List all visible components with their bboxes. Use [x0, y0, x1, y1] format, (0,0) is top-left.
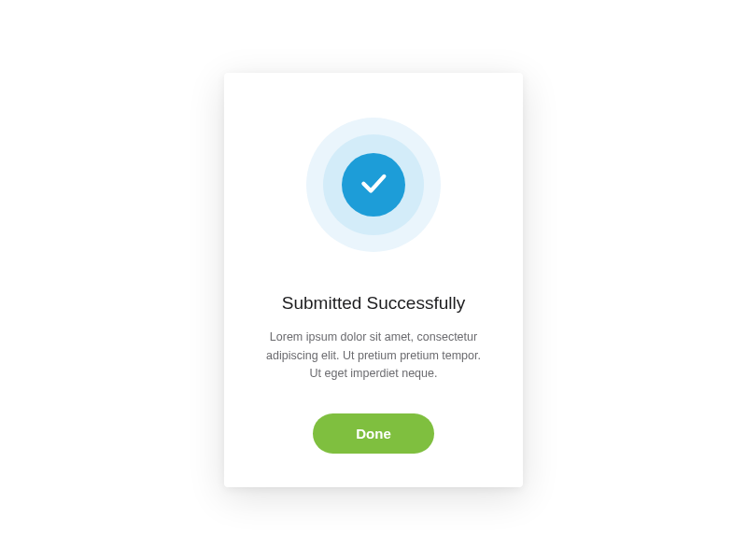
done-button[interactable]: Done [313, 413, 434, 454]
modal-title: Submitted Successfully [258, 293, 489, 314]
checkmark-icon [358, 167, 389, 203]
success-icon-wrap [258, 118, 489, 252]
success-modal: Submitted Successfully Lorem ipsum dolor… [224, 73, 523, 486]
icon-ring-mid [323, 134, 424, 235]
icon-ring-inner [342, 153, 405, 217]
modal-description: Lorem ipsum dolor sit amet, consectetur … [258, 329, 489, 383]
icon-ring-outer [306, 118, 441, 252]
